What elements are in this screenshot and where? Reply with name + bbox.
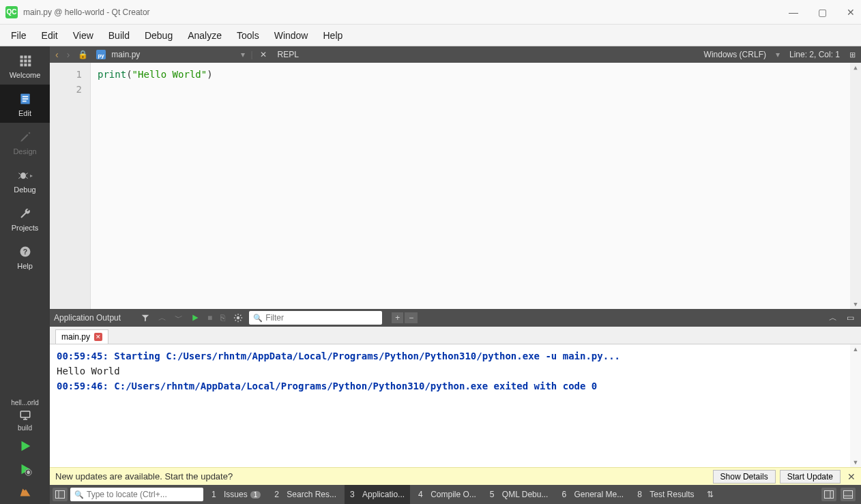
svg-rect-6 <box>20 63 23 66</box>
prev-item-icon[interactable]: ︿ <box>156 312 169 324</box>
svg-rect-11 <box>22 98 27 100</box>
update-notification: New updates are available. Start the upd… <box>50 467 861 485</box>
svg-rect-8 <box>28 63 31 66</box>
python-file-icon: py <box>96 50 106 59</box>
menu-debug[interactable]: Debug <box>138 27 179 44</box>
issues-count-badge: 1 <box>250 491 261 499</box>
status-tab-general[interactable]: 6 General Me... <box>556 485 629 504</box>
split-button[interactable]: ⊞ <box>847 50 858 59</box>
sidebar-label: Debug <box>14 186 35 194</box>
repl-label[interactable]: REPL <box>274 50 303 59</box>
sidebar-item-projects[interactable]: Projects <box>0 199 50 237</box>
start-update-button[interactable]: Start Update <box>780 470 841 484</box>
menu-analyze[interactable]: Analyze <box>181 27 229 44</box>
menu-edit[interactable]: Edit <box>35 27 65 44</box>
svg-point-27 <box>237 316 239 319</box>
next-item-icon[interactable]: ﹀ <box>173 312 185 324</box>
svg-line-15 <box>26 173 28 175</box>
output-filter-input[interactable]: 🔍 <box>249 311 382 325</box>
zoom-out-button[interactable]: − <box>405 312 418 323</box>
file-dropdown[interactable]: ▾ <box>238 50 248 59</box>
sidebar-item-welcome[interactable]: Welcome <box>0 46 50 85</box>
status-tab-qml[interactable]: 5 QML Debu... <box>484 485 554 504</box>
filter-options-icon[interactable] <box>138 313 152 323</box>
settings-icon[interactable] <box>231 313 245 323</box>
output-tabs: main.py ✕ <box>50 327 861 344</box>
scroll-down-icon[interactable]: ▼ <box>853 301 857 308</box>
zoom-in-button[interactable]: + <box>392 312 403 323</box>
scroll-down-icon[interactable]: ▼ <box>853 459 859 466</box>
output-panel-title: Application Output <box>54 313 134 323</box>
output-tab-mainpy[interactable]: main.py ✕ <box>55 329 108 344</box>
status-tab-compile[interactable]: 4 Compile O... <box>413 485 482 504</box>
svg-rect-32 <box>844 491 853 499</box>
menu-window[interactable]: Window <box>267 27 315 44</box>
show-details-button[interactable]: Show Details <box>713 470 776 484</box>
close-window-button[interactable]: ✕ <box>846 7 856 18</box>
svg-line-16 <box>18 177 20 179</box>
build-config: build <box>3 424 47 432</box>
vertical-scrollbar[interactable]: ▲ ▼ <box>850 63 861 309</box>
scroll-up-icon[interactable]: ▲ <box>853 346 859 353</box>
encoding-dropdown[interactable]: ▾ <box>773 50 783 59</box>
locator-textbox[interactable] <box>87 490 199 499</box>
line-ending-selector[interactable]: Windows (CRLF) <box>700 50 770 59</box>
search-icon: 🔍 <box>253 314 263 323</box>
pencil-icon <box>18 130 33 145</box>
sidebar-label: Design <box>13 147 36 155</box>
menu-tools[interactable]: Tools <box>230 27 266 44</box>
menu-file[interactable]: File <box>4 27 33 44</box>
dismiss-notification-button[interactable]: ✕ <box>847 471 856 482</box>
editor-filename[interactable]: main.py <box>111 50 235 59</box>
svg-rect-28 <box>56 491 65 499</box>
menu-view[interactable]: View <box>66 27 100 44</box>
toggle-bottom-panel-button[interactable] <box>841 488 856 501</box>
locator-input[interactable]: 🔍 <box>70 488 203 501</box>
sidebar-item-debug[interactable]: Debug <box>0 161 50 199</box>
minimize-button[interactable]: — <box>789 7 798 18</box>
wrench-icon <box>18 206 33 221</box>
toggle-right-panel-button[interactable] <box>821 488 836 501</box>
collapse-panel-button[interactable]: ︿ <box>826 312 840 324</box>
sidebar-item-edit[interactable]: Edit <box>0 85 50 123</box>
maximize-button[interactable]: ▢ <box>817 7 827 18</box>
scroll-up-icon[interactable]: ▲ <box>853 64 857 71</box>
sidebar-item-help[interactable]: ? Help <box>0 237 50 276</box>
kit-selector[interactable]: hell...orld build <box>0 396 50 434</box>
toggle-left-panel-button[interactable] <box>53 488 68 501</box>
filter-textbox[interactable] <box>265 313 378 323</box>
svg-rect-3 <box>20 59 23 62</box>
code-surface[interactable]: print("Hello World") <box>91 63 850 309</box>
line-gutter: 1 2 <box>50 63 91 309</box>
qt-logo-icon: QC <box>5 6 18 18</box>
status-tab-tests[interactable]: 8 Test Results <box>632 485 699 504</box>
svg-rect-7 <box>24 63 27 66</box>
kill-process-button[interactable]: ✕ <box>94 333 102 341</box>
stop-button[interactable]: ■ <box>205 313 214 323</box>
status-tab-issues[interactable]: 1 Issues 1 <box>206 485 266 504</box>
nav-back-button[interactable]: ‹ <box>53 49 61 60</box>
svg-point-24 <box>27 471 30 475</box>
editor-toolbar: ‹ › 🔒 py main.py ▾ | ✕ REPL Windows (CRL… <box>50 46 861 63</box>
attach-button[interactable]: ⎘ <box>218 313 227 323</box>
output-panel-header: Application Output ︿ ﹀ ■ ⎘ 🔍 + − <box>50 309 861 327</box>
close-panel-button[interactable]: ▭ <box>844 313 857 323</box>
output-scrollbar[interactable]: ▲ ▼ <box>850 344 861 467</box>
run-button[interactable] <box>0 434 50 458</box>
menu-help[interactable]: Help <box>316 27 349 44</box>
run-debug-button[interactable] <box>0 458 50 481</box>
rerun-button[interactable] <box>189 314 201 322</box>
code-editor[interactable]: 1 2 print("Hello World") ▲ ▼ <box>50 63 861 309</box>
cursor-position[interactable]: Line: 2, Col: 1 <box>785 50 844 59</box>
sidebar-item-design[interactable]: Design <box>0 123 50 161</box>
svg-rect-10 <box>22 96 27 98</box>
close-file-button[interactable]: ✕ <box>256 50 271 59</box>
nav-forward-button[interactable]: › <box>64 49 73 60</box>
build-button[interactable] <box>0 481 50 504</box>
svg-rect-12 <box>22 101 26 102</box>
menu-build[interactable]: Build <box>102 27 136 44</box>
output-text[interactable]: 00:59:45: Starting C:/Users/rhntm/AppDat… <box>50 344 850 467</box>
status-tab-search[interactable]: 2 Search Res... <box>269 485 342 504</box>
status-tab-appoutput[interactable]: 3 Applicatio... <box>345 485 410 504</box>
sort-icon[interactable]: ⇅ <box>703 490 718 499</box>
